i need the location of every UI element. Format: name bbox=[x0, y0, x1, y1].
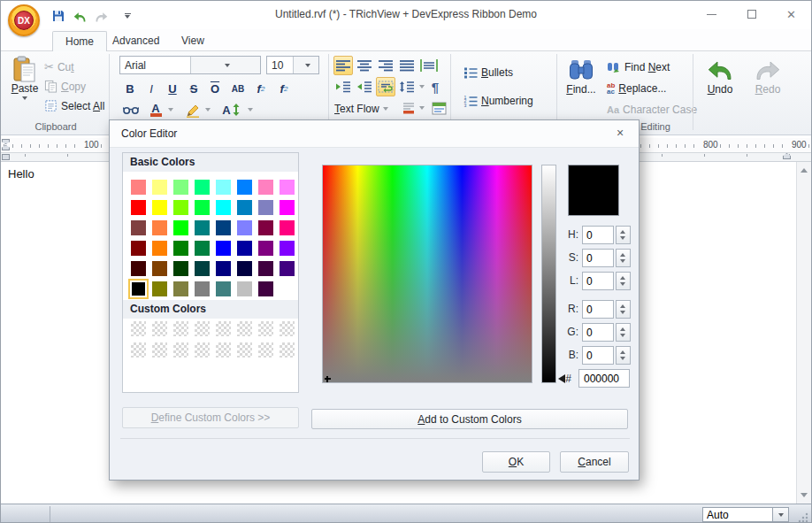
custom-color-swatch[interactable] bbox=[280, 321, 295, 336]
copy-button[interactable]: Copy bbox=[42, 77, 88, 96]
basic-color-swatch[interactable] bbox=[131, 220, 146, 235]
basic-color-swatch[interactable] bbox=[173, 281, 188, 296]
font-size-combo[interactable]: 10 bbox=[266, 56, 319, 74]
readability-button[interactable] bbox=[121, 100, 141, 119]
basic-color-swatch[interactable] bbox=[131, 241, 146, 256]
formatting-marks-button[interactable]: ¶ bbox=[427, 77, 443, 96]
text-flow-button[interactable]: Text Flow bbox=[332, 99, 391, 118]
custom-color-swatch[interactable] bbox=[173, 342, 188, 358]
bold-button[interactable]: B bbox=[126, 82, 134, 96]
custom-color-swatch[interactable] bbox=[173, 321, 188, 336]
decrease-indent-button[interactable] bbox=[333, 77, 353, 96]
basic-color-swatch[interactable] bbox=[237, 220, 252, 235]
ok-button[interactable]: OK bbox=[482, 451, 550, 473]
field-spinner[interactable] bbox=[616, 226, 631, 244]
vertical-scrollbar[interactable] bbox=[796, 162, 811, 504]
basic-color-swatch[interactable] bbox=[258, 261, 273, 276]
custom-color-swatch[interactable] bbox=[258, 321, 273, 336]
basic-color-swatch[interactable] bbox=[237, 241, 252, 256]
align-left-button[interactable] bbox=[333, 56, 353, 75]
field-input[interactable] bbox=[582, 272, 614, 290]
hex-input[interactable] bbox=[578, 369, 630, 388]
minimize-button[interactable] bbox=[692, 1, 732, 27]
allcaps-button[interactable]: AB bbox=[232, 84, 244, 94]
basic-color-swatch[interactable] bbox=[280, 220, 295, 235]
underline-button[interactable]: U bbox=[168, 82, 176, 96]
custom-color-swatch[interactable] bbox=[216, 342, 231, 358]
basic-color-swatch[interactable] bbox=[280, 261, 295, 276]
basic-color-swatch[interactable] bbox=[237, 180, 252, 195]
tab-view[interactable]: View bbox=[169, 31, 217, 51]
basic-color-swatch[interactable] bbox=[173, 180, 188, 195]
font-size-dropdown[interactable] bbox=[293, 57, 319, 73]
basic-color-swatch[interactable] bbox=[216, 180, 231, 195]
find-button[interactable]: Find... bbox=[562, 57, 601, 96]
field-spinner[interactable] bbox=[616, 323, 631, 342]
basic-color-swatch[interactable] bbox=[173, 220, 188, 235]
basic-color-swatch[interactable] bbox=[237, 261, 252, 276]
basic-color-swatch[interactable] bbox=[237, 200, 252, 215]
basic-color-swatch[interactable] bbox=[173, 200, 188, 215]
numbering-button[interactable]: 123 Numbering bbox=[461, 91, 536, 110]
basic-color-swatch[interactable] bbox=[216, 261, 231, 276]
left-indent-box-marker[interactable] bbox=[2, 154, 10, 160]
custom-color-swatch[interactable] bbox=[152, 321, 167, 336]
custom-color-swatch[interactable] bbox=[195, 321, 210, 336]
basic-color-swatch[interactable] bbox=[216, 281, 231, 296]
zoom-input[interactable] bbox=[702, 507, 773, 522]
basic-color-swatch[interactable] bbox=[195, 261, 210, 276]
basic-color-swatch[interactable] bbox=[173, 241, 188, 256]
text-wrap-button[interactable] bbox=[376, 77, 395, 96]
basic-color-swatch[interactable] bbox=[280, 241, 295, 256]
field-input[interactable] bbox=[582, 300, 614, 319]
maximize-button[interactable] bbox=[732, 1, 771, 27]
superscript-button[interactable]: f2 bbox=[275, 80, 293, 97]
font-family-combo[interactable]: Arial bbox=[119, 56, 261, 74]
basic-color-swatch[interactable] bbox=[131, 180, 146, 195]
bullets-button[interactable]: Bullets bbox=[461, 63, 516, 81]
basic-color-swatch[interactable] bbox=[152, 220, 167, 235]
basic-color-swatch[interactable] bbox=[131, 200, 146, 215]
line-spacing-button[interactable] bbox=[397, 77, 417, 96]
select-all-button[interactable]: Select All bbox=[42, 96, 107, 115]
italic-button[interactable]: I bbox=[149, 82, 153, 96]
dialog-titlebar[interactable]: Color Editor bbox=[110, 120, 639, 148]
paste-button[interactable]: Paste bbox=[8, 56, 42, 100]
character-case-button[interactable]: Aa Character Case bbox=[604, 100, 700, 119]
font-family-dropdown[interactable] bbox=[190, 57, 261, 73]
font-size-grow-button[interactable]: A bbox=[218, 100, 243, 119]
add-to-custom-colors-button[interactable]: Add to Custom Colors bbox=[311, 409, 628, 429]
basic-color-swatch[interactable] bbox=[280, 180, 295, 195]
basic-color-swatch[interactable] bbox=[258, 220, 273, 235]
strikethrough-button[interactable]: S bbox=[190, 82, 198, 96]
custom-color-swatch[interactable] bbox=[195, 342, 210, 358]
highlight-dropdown[interactable] bbox=[203, 100, 212, 119]
zoom-dropdown[interactable] bbox=[773, 507, 789, 522]
field-spinner[interactable] bbox=[616, 346, 631, 365]
basic-color-swatch[interactable] bbox=[131, 281, 146, 296]
basic-color-swatch[interactable] bbox=[195, 281, 210, 296]
resize-grip[interactable] bbox=[798, 512, 808, 523]
basic-color-swatch[interactable] bbox=[195, 220, 210, 235]
undo-button[interactable]: Undo bbox=[698, 57, 742, 96]
replace-button[interactable]: ab ac Replace... bbox=[604, 79, 669, 97]
paragraph-color-dropdown[interactable] bbox=[417, 98, 426, 118]
field-spinner[interactable] bbox=[616, 300, 631, 319]
field-spinner[interactable] bbox=[616, 272, 631, 290]
dialog-close-button[interactable]: × bbox=[612, 126, 628, 142]
custom-color-swatch[interactable] bbox=[216, 321, 231, 336]
basic-color-swatch[interactable] bbox=[152, 261, 167, 276]
redo-button[interactable]: Redo bbox=[746, 57, 790, 96]
overline-button[interactable]: O bbox=[211, 82, 219, 96]
custom-color-swatch[interactable] bbox=[152, 342, 167, 358]
basic-color-swatch[interactable] bbox=[237, 281, 252, 296]
custom-color-swatch[interactable] bbox=[237, 321, 252, 336]
basic-color-swatch[interactable] bbox=[195, 200, 210, 215]
tab-home[interactable]: Home bbox=[52, 31, 107, 52]
field-input[interactable] bbox=[582, 249, 614, 267]
basic-color-swatch[interactable] bbox=[258, 180, 273, 195]
basic-color-swatch[interactable] bbox=[152, 241, 167, 256]
font-color-dropdown[interactable] bbox=[165, 100, 175, 119]
custom-color-swatch[interactable] bbox=[237, 342, 252, 358]
basic-color-swatch[interactable] bbox=[216, 220, 231, 235]
